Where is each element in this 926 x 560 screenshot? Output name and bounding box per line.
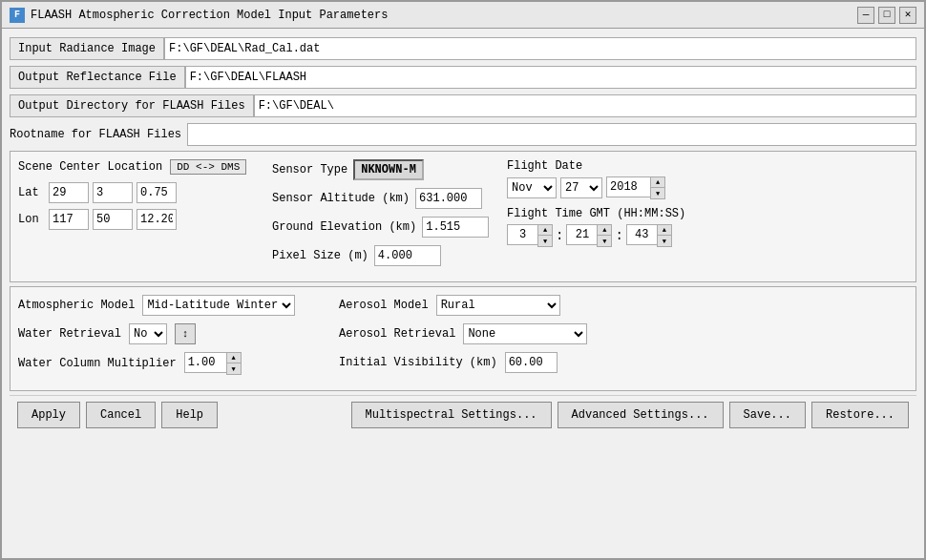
lon-seconds[interactable] [137, 209, 177, 230]
atmosphere-left: Atmospheric Model Mid-Latitude Winter Wa… [18, 295, 324, 383]
lon-minutes[interactable] [93, 209, 133, 230]
second-field[interactable] [626, 224, 657, 245]
atm-model-label: Atmospheric Model [18, 299, 135, 312]
window-controls: — □ ✕ [857, 7, 916, 24]
atm-model-row: Atmospheric Model Mid-Latitude Winter [18, 295, 324, 316]
sensor-altitude-label: Sensor Altitude (km) [272, 192, 410, 205]
output-directory-field[interactable] [254, 94, 916, 117]
water-retrieval-label: Water Retrieval [18, 327, 121, 341]
aerosol-model-select[interactable]: Rural None Urban Maritime Tropospheric [436, 295, 560, 316]
flight-section: Flight Date Nov 27 ▲ ▼ [507, 159, 698, 274]
year-field[interactable] [606, 176, 650, 197]
input-radiance-button[interactable]: Input Radiance Image [10, 37, 164, 60]
minute-arrows: ▲ ▼ [597, 224, 612, 247]
pixel-size-row: Pixel Size (m) [272, 245, 492, 266]
minute-up-button[interactable]: ▲ [598, 225, 611, 236]
scene-panel: Scene Center Location DD <-> DMS Lat Lon [10, 151, 916, 282]
apply-button[interactable]: Apply [17, 402, 80, 428]
lon-row: Lon [18, 209, 257, 230]
atm-model-select[interactable]: Mid-Latitude Winter [142, 295, 295, 316]
aerosol-retrieval-select[interactable]: None 2-Band (K-T) 2-Band (K-T) over wate… [463, 323, 587, 344]
scene-location: Scene Center Location DD <-> DMS Lat Lon [18, 159, 257, 274]
hour-down-button[interactable]: ▼ [538, 236, 552, 246]
cancel-button[interactable]: Cancel [86, 402, 156, 428]
lat-degrees[interactable] [49, 182, 89, 203]
app-icon: F [10, 8, 25, 23]
water-column-arrows: ▲ ▼ [226, 352, 242, 375]
water-column-row: Water Column Multiplier ▲ ▼ [18, 352, 324, 375]
window-title: FLAASH Atmospheric Correction Model Inpu… [31, 9, 388, 22]
output-reflectance-row: Output Reflectance File [10, 65, 916, 90]
lat-row: Lat [18, 182, 257, 203]
close-button[interactable]: ✕ [899, 7, 916, 24]
second-down-button[interactable]: ▼ [658, 236, 671, 246]
input-radiance-row: Input Radiance Image [10, 36, 916, 61]
water-retrieval-row: Water Retrieval No Yes ↕ [18, 323, 324, 344]
minimize-button[interactable]: — [857, 7, 874, 24]
minute-field[interactable] [566, 224, 597, 245]
lat-minutes[interactable] [93, 182, 133, 203]
ground-elevation-row: Ground Elevation (km) [272, 217, 492, 238]
water-column-label: Water Column Multiplier [18, 357, 177, 370]
sensor-type-row: Sensor Type NKNOWN-M [272, 159, 492, 180]
title-bar: F FLAASH Atmospheric Correction Model In… [2, 2, 924, 29]
ground-elevation-label: Ground Elevation (km) [272, 220, 416, 234]
output-directory-button[interactable]: Output Directory for FLAASH Files [10, 94, 254, 117]
aerosol-model-label: Aerosol Model [339, 299, 429, 312]
title-bar-left: F FLAASH Atmospheric Correction Model In… [10, 8, 388, 23]
output-reflectance-field[interactable] [185, 66, 916, 89]
left-buttons: Apply Cancel Help [17, 402, 218, 428]
minute-down-button[interactable]: ▼ [598, 236, 611, 246]
atmosphere-panel: Atmospheric Model Mid-Latitude Winter Wa… [10, 286, 916, 391]
rootname-field[interactable] [187, 123, 916, 146]
aerosol-retrieval-row: Aerosol Retrieval None 2-Band (K-T) 2-Ba… [339, 323, 625, 344]
year-up-button[interactable]: ▲ [651, 177, 664, 188]
scene-location-label: Scene Center Location [18, 160, 162, 174]
restore-button[interactable]: Restore... [811, 402, 909, 428]
lat-seconds[interactable] [137, 182, 177, 203]
initial-visibility-field[interactable] [505, 352, 558, 373]
aerosol-retrieval-label: Aerosol Retrieval [339, 327, 455, 341]
rootname-row: Rootname for FLAASH Files [10, 122, 916, 147]
sensor-altitude-field[interactable] [415, 188, 482, 209]
maximize-button[interactable]: □ [878, 7, 895, 24]
lon-degrees[interactable] [49, 209, 89, 230]
hour-spinbox: ▲ ▼ [507, 224, 553, 247]
save-button[interactable]: Save... [729, 402, 806, 428]
atmosphere-inner: Atmospheric Model Mid-Latitude Winter Wa… [18, 295, 908, 383]
hour-field[interactable] [507, 224, 537, 245]
rootname-label: Rootname for FLAASH Files [10, 128, 187, 141]
advanced-settings-button[interactable]: Advanced Settings... [558, 402, 724, 428]
sensor-type-button[interactable]: NKNOWN-M [353, 159, 424, 180]
day-select[interactable]: 27 [560, 177, 602, 198]
help-button[interactable]: Help [161, 402, 218, 428]
hour-up-button[interactable]: ▲ [538, 225, 552, 236]
month-select[interactable]: Nov [507, 177, 557, 198]
flight-time-label: Flight Time GMT (HH:MM:SS) [507, 207, 698, 220]
pixel-size-field[interactable] [374, 245, 441, 266]
year-spinbox: ▲ ▼ [606, 176, 665, 199]
water-retrieval-sort-button[interactable]: ↕ [175, 323, 196, 344]
aerosol-model-row: Aerosol Model Rural None Urban Maritime … [339, 295, 625, 316]
output-reflectance-button[interactable]: Output Reflectance File [10, 66, 185, 89]
water-column-field[interactable] [184, 352, 226, 373]
input-radiance-field[interactable] [164, 37, 916, 60]
minute-spinbox: ▲ ▼ [566, 224, 612, 247]
content-area: Input Radiance Image Output Reflectance … [2, 29, 924, 558]
water-retrieval-select[interactable]: No Yes [129, 323, 167, 344]
second-up-button[interactable]: ▲ [658, 225, 671, 236]
hour-arrows: ▲ ▼ [537, 224, 553, 247]
second-arrows: ▲ ▼ [657, 224, 672, 247]
sensor-altitude-row: Sensor Altitude (km) [272, 188, 492, 209]
time-sep-2: : [614, 228, 623, 243]
dd-dms-button[interactable]: DD <-> DMS [170, 159, 246, 175]
sensor-section: Sensor Type NKNOWN-M Sensor Altitude (km… [272, 159, 492, 274]
scene-header: Scene Center Location DD <-> DMS [18, 159, 257, 175]
multispectral-settings-button[interactable]: Multispectral Settings... [351, 402, 552, 428]
year-down-button[interactable]: ▼ [651, 188, 664, 198]
ground-elevation-field[interactable] [422, 217, 489, 238]
second-spinbox: ▲ ▼ [626, 224, 672, 247]
water-column-up[interactable]: ▲ [227, 353, 241, 363]
flight-time-row: ▲ ▼ : ▲ ▼ : [507, 224, 698, 247]
water-column-down[interactable]: ▼ [227, 363, 241, 374]
